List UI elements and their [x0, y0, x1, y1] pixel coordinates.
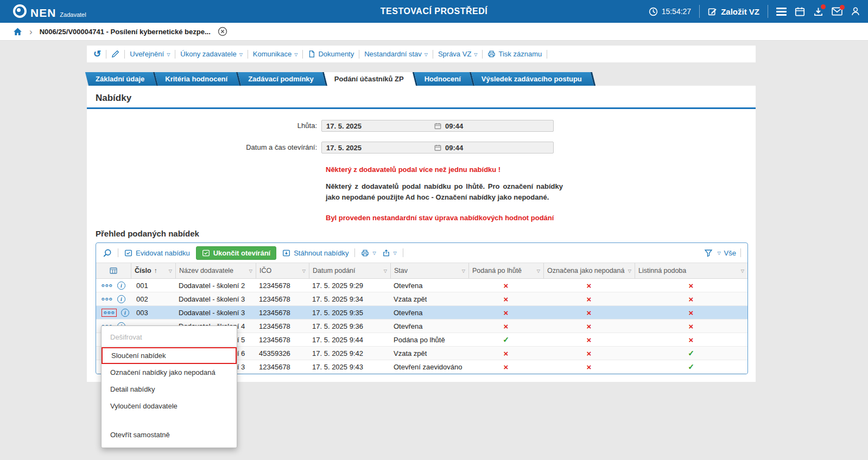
cell-stav: Vzata zpět — [390, 349, 468, 357]
calendar-small-icon[interactable] — [434, 123, 441, 130]
cell-po-lhute: × — [468, 322, 543, 330]
info-icon[interactable] — [117, 295, 125, 303]
tab-podani-ucastniku-zp[interactable]: Podání účastníků ZP — [326, 72, 416, 86]
oteviranie-time-value[interactable]: 09:44 — [441, 144, 553, 152]
table-row[interactable]: ooo 001 Dodavatel - školení 2 12345678 1… — [96, 279, 747, 292]
filter-triangle-icon: ▽ — [302, 269, 306, 273]
cell-po-lhute: × — [468, 295, 543, 303]
home-icon[interactable] — [13, 27, 22, 36]
notification-badge — [840, 5, 845, 10]
cell-ico: 12345678 — [256, 363, 309, 371]
record-action-bar: ↺ Uveřejnění▽ Úkony zadavatele▽ Komunika… — [87, 46, 756, 62]
tab-hodnoceni[interactable]: Hodnocení — [416, 72, 473, 86]
environment-title: TESTOVACÍ PROSTŘEDÍ — [381, 7, 487, 16]
cell-stav: Vzata zpět — [390, 295, 468, 303]
print-record-button[interactable]: Tisk záznamu — [487, 50, 542, 58]
info-icon[interactable] — [117, 282, 125, 290]
menu-sprava-vz[interactable]: Správa VZ▽ — [438, 50, 478, 58]
chevron-down-icon: ▽ — [474, 53, 477, 57]
info-icon[interactable] — [121, 309, 129, 317]
calendar-icon[interactable] — [795, 7, 805, 17]
section-divider — [87, 107, 756, 109]
vse-dropdown[interactable]: ▽ Vše — [717, 249, 736, 257]
menu-spacer — [102, 414, 237, 426]
ukoncit-oteviranie-button[interactable]: Ukončit otevírání — [196, 246, 276, 260]
cell-ico: 12345678 — [256, 322, 309, 330]
cell-cislo: 002 — [131, 295, 175, 303]
tab-zadavaci-podminky[interactable]: Zadávací podmínky — [239, 72, 326, 86]
col-ico[interactable]: IČO▽ — [256, 263, 309, 278]
col-cislo[interactable]: Číslo↑▽ — [131, 263, 175, 278]
cell-po-lhute: × — [468, 349, 543, 357]
brand-name: NEN — [30, 7, 56, 18]
lhuta-time-value[interactable]: 09:44 — [441, 122, 553, 130]
cell-datum: 17. 5. 2025 9:43 — [309, 363, 390, 371]
printer-icon — [487, 50, 496, 58]
col-stav[interactable]: Stav▽ — [390, 263, 468, 278]
menu-dokumenty[interactable]: Dokumenty — [308, 50, 354, 58]
lhuta-field[interactable]: 17. 5. 2025 09:44 — [321, 120, 554, 132]
chevron-down-icon: ▽ — [394, 251, 397, 255]
menu-ukony-zadavatele[interactable]: Úkony zadavatele▽ — [180, 50, 243, 58]
filter-triangle-icon: ▽ — [249, 269, 252, 273]
close-icon[interactable] — [218, 27, 227, 36]
row-actions-icon[interactable]: ooo — [102, 309, 117, 317]
nen-brand[interactable]: NEN Zadavatel — [13, 4, 86, 18]
lhuta-date-value[interactable]: 17. 5. 2025 — [322, 122, 434, 130]
evidovat-nabidku-button[interactable]: Evidovat nabídku — [124, 249, 190, 257]
topbar-separator — [768, 5, 768, 18]
user-icon[interactable] — [851, 7, 860, 16]
table-row-selected[interactable]: ooo 003 Dodavatel - školení 3 12345678 1… — [96, 306, 747, 320]
alert-late-bid-info: Některý z dodavatelů podal nabídku po lh… — [326, 181, 563, 202]
downloads-icon[interactable] — [813, 7, 823, 17]
cell-po-lhute: ✓ — [468, 336, 543, 343]
lhuta-label: Lhůta: — [87, 120, 321, 132]
chevron-down-icon: ▽ — [239, 53, 243, 57]
tab-kriteria-hodnoceni[interactable]: Kritéria hodnocení — [156, 72, 239, 86]
column-chooser-icon[interactable] — [96, 263, 131, 278]
ctx-slouceni-nabidek[interactable]: Sloučení nabídek — [102, 347, 237, 364]
ctx-vylouceni-dodavatele[interactable]: Vyloučení dodavatele — [102, 398, 237, 414]
search-icon[interactable] — [103, 248, 112, 258]
messages-icon[interactable] — [832, 7, 842, 16]
oteviranie-date-value[interactable]: 17. 5. 2025 — [322, 144, 434, 152]
oteviranie-field[interactable]: 17. 5. 2025 09:44 — [321, 142, 554, 154]
export-button[interactable]: ▽ — [382, 249, 397, 257]
alert-multiple-bids: Některý z dodavatelů podal více než jedn… — [326, 165, 500, 174]
cell-nepodana: × — [543, 322, 635, 330]
ctx-detail-nabidky[interactable]: Detail nabídky — [102, 381, 237, 398]
cell-listinna: × — [635, 309, 747, 317]
cell-po-lhute: × — [468, 309, 543, 317]
menu-uverejneni[interactable]: Uveřejnění▽ — [130, 50, 170, 58]
menu-nestandardni-stav[interactable]: Nestandardní stav▽ — [364, 50, 428, 58]
cell-listinna: ✓ — [635, 349, 747, 357]
row-actions-icon[interactable]: ooo — [102, 283, 113, 288]
tab-vysledek-zadavaciho-postupu[interactable]: Výsledek zadávacího postupu — [473, 72, 594, 86]
ctx-oznaceni-nabidky-jako-nepodana[interactable]: Označení nabídky jako nepodaná — [102, 364, 237, 381]
menu-divider — [102, 346, 237, 347]
cell-listinna: × — [635, 282, 747, 290]
calendar-small-icon[interactable] — [434, 144, 441, 151]
create-vz-button[interactable]: Založit VZ — [708, 7, 759, 16]
history-icon[interactable]: ↺ — [93, 49, 101, 59]
col-nazev-dodavatele[interactable]: Název dodavatele▽ — [175, 263, 256, 278]
menu-komunikace[interactable]: Komunikace▽ — [253, 50, 298, 58]
edit-pencil-icon[interactable] — [111, 50, 119, 58]
cell-nazev: Dodavatel - školení 3 — [175, 295, 256, 303]
ctx-otevrit-samostatne[interactable]: Otevřít samostatně — [102, 426, 237, 443]
filter-icon[interactable] — [704, 248, 713, 257]
row-actions-icon[interactable]: ooo — [102, 297, 113, 302]
cell-ico: 45359326 — [256, 349, 309, 357]
col-oznacena-jako-nepodana[interactable]: Označena jako nepodaná▽ — [543, 263, 635, 278]
tab-zakladni-udaje[interactable]: Základní údaje — [87, 72, 156, 86]
breadcrumb[interactable]: N006/25/V00004741 - Posílení kybernetick… — [40, 28, 211, 36]
col-listinna-podoba[interactable]: Listinná podoba▽ — [635, 263, 747, 278]
menu-icon[interactable] — [776, 8, 787, 16]
col-datum-podani[interactable]: Datum podání▽ — [309, 263, 390, 278]
col-podana-po-lhute[interactable]: Podaná po lhůtě▽ — [468, 263, 543, 278]
table-row[interactable]: ooo 002 Dodavatel - školení 3 12345678 1… — [96, 292, 747, 306]
print-table-button[interactable]: ▽ — [361, 249, 376, 257]
stahnout-nabidky-button[interactable]: Stáhnout nabídky — [282, 249, 349, 257]
chevron-down-icon: ▽ — [717, 251, 720, 255]
record-tabs: Základní údaje Kritéria hodnocení Zadáva… — [87, 72, 594, 86]
